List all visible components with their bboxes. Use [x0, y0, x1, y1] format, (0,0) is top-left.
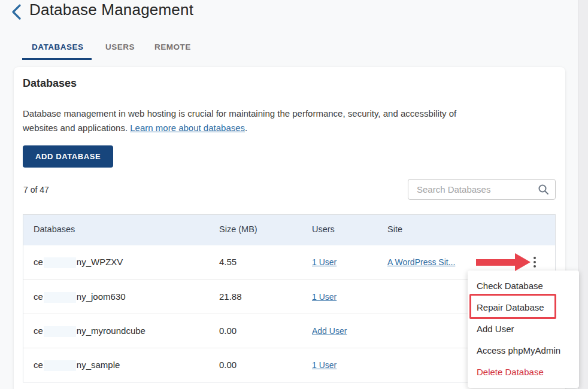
chevron-left-icon [11, 4, 23, 20]
search-input[interactable] [408, 179, 556, 200]
scrollbar-track[interactable] [578, 0, 588, 389]
users-link[interactable]: 1 User [312, 257, 337, 267]
add-user-link[interactable]: Add User [312, 326, 347, 336]
tab-users[interactable]: USERS [105, 42, 135, 51]
database-size: 0.00 [219, 326, 237, 336]
users-link[interactable]: 1 User [312, 360, 337, 370]
card-heading: Databases [23, 77, 77, 90]
menu-item-check-database[interactable]: Check Database [468, 275, 579, 297]
active-tab-underline [22, 58, 92, 60]
header-users: Users [312, 224, 335, 234]
users-link[interactable]: 1 User [312, 292, 337, 302]
redaction-box [44, 257, 76, 268]
database-size: 21.88 [219, 291, 242, 302]
database-size: 0.00 [219, 360, 237, 370]
row-count: 7 of 47 [23, 185, 49, 194]
database-name: ceny_joom630 [34, 291, 126, 303]
database-name: ceny_myroundcube [34, 326, 146, 337]
header-site: Site [387, 224, 402, 234]
card-description: Database management in web hosting is cr… [23, 107, 469, 135]
database-size: 4.55 [219, 257, 237, 267]
menu-item-repair-database[interactable]: Repair Database [468, 297, 579, 318]
header-databases: Databases [34, 224, 75, 234]
search-box [408, 179, 556, 200]
page-title: Database Management [29, 1, 193, 19]
learn-more-link[interactable]: Learn more about databases [130, 123, 245, 133]
add-database-button[interactable]: ADD DATABASE [23, 145, 113, 168]
site-link[interactable]: A WordPress Sit... [387, 257, 455, 267]
menu-item-add-user[interactable]: Add User [468, 318, 579, 340]
context-menu: Check Database Repair Database Add User … [468, 271, 579, 388]
description-period: . [245, 123, 247, 133]
database-name: ceny_WPZXV [34, 257, 123, 268]
header-size: Size (MB) [219, 224, 257, 234]
table-header-row: Databases Size (MB) Users Site [23, 215, 555, 245]
search-icon[interactable] [538, 184, 549, 197]
tab-databases[interactable]: DATABASES [32, 42, 84, 51]
menu-item-access-phpmyadmin[interactable]: Access phpMyAdmin [468, 340, 579, 361]
database-name: ceny_sample [34, 360, 120, 371]
redaction-box [44, 326, 76, 337]
tab-remote[interactable]: REMOTE [154, 42, 191, 51]
redaction-box [44, 292, 76, 303]
menu-item-delete-database[interactable]: Delete Database [468, 361, 579, 383]
redaction-box [44, 360, 76, 371]
back-button[interactable] [11, 4, 24, 20]
